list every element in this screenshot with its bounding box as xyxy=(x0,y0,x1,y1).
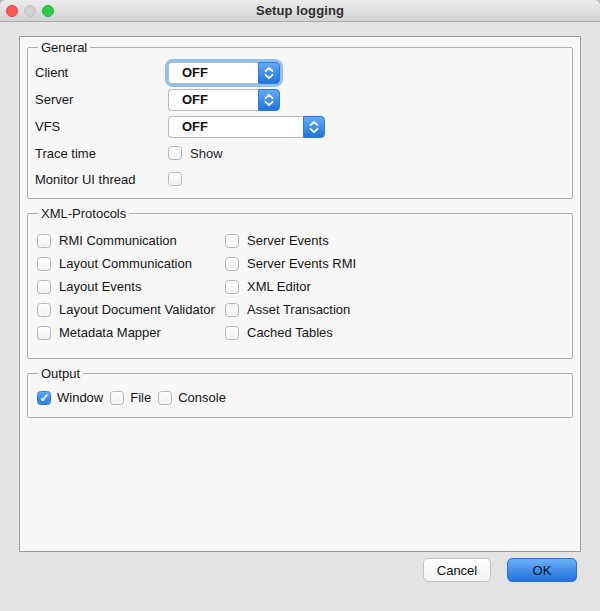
title-bar[interactable]: Setup logging xyxy=(0,0,600,22)
window-title: Setup logging xyxy=(0,0,600,22)
xml-protocol-checkbox[interactable] xyxy=(225,280,239,294)
trace-time-checkbox[interactable] xyxy=(168,146,182,160)
dialog-window: Setup logging General Client OFF Server … xyxy=(0,0,600,611)
xml-protocols-legend: XML-Protocols xyxy=(38,206,129,221)
xml-protocol-option: Asset Transaction xyxy=(225,298,572,321)
xml-protocols-group: XML-Protocols RMI CommunicationServer Ev… xyxy=(27,206,573,359)
monitor-ui-thread-row: Monitor UI thread xyxy=(35,166,572,192)
zoom-button[interactable] xyxy=(42,5,54,17)
output-file-label: File xyxy=(130,390,151,405)
xml-protocol-label: Server Events RMI xyxy=(247,256,356,271)
general-group: General Client OFF Server OFF xyxy=(27,40,573,199)
xml-protocol-label: Server Events xyxy=(247,233,329,248)
trace-time-row: Trace time Show xyxy=(35,140,572,166)
vfs-row: VFS OFF xyxy=(35,113,572,140)
button-bar: Cancel OK xyxy=(423,558,577,582)
client-dropdown[interactable]: OFF xyxy=(168,62,280,84)
xml-protocol-label: RMI Communication xyxy=(59,233,177,248)
output-options: WindowFileConsole xyxy=(35,385,572,409)
xml-protocol-option: Layout Document Validator xyxy=(37,298,225,321)
client-dropdown-value: OFF xyxy=(168,62,258,84)
content-panel: General Client OFF Server OFF xyxy=(19,36,581,552)
xml-protocol-checkbox[interactable] xyxy=(37,234,51,248)
xml-protocol-option: Cached Tables xyxy=(225,321,572,344)
server-row: Server OFF xyxy=(35,86,572,113)
monitor-ui-thread-label: Monitor UI thread xyxy=(35,172,168,187)
general-legend: General xyxy=(38,40,90,55)
xml-protocol-checkbox[interactable] xyxy=(225,257,239,271)
xml-protocol-option: XML Editor xyxy=(225,275,572,298)
stepper-icon xyxy=(303,116,325,138)
output-window-checkbox[interactable] xyxy=(37,391,51,405)
xml-protocol-label: XML Editor xyxy=(247,279,311,294)
xml-protocol-label: Layout Events xyxy=(59,279,141,294)
xml-protocol-label: Layout Document Validator xyxy=(59,302,215,317)
trace-time-checkbox-label: Show xyxy=(190,146,223,161)
trace-time-label: Trace time xyxy=(35,146,168,161)
stepper-icon xyxy=(258,89,280,111)
xml-protocol-option: Server Events RMI xyxy=(225,252,572,275)
monitor-ui-thread-checkbox[interactable] xyxy=(168,172,182,186)
close-button[interactable] xyxy=(6,5,18,17)
server-dropdown-value: OFF xyxy=(168,89,258,111)
xml-protocol-checkbox[interactable] xyxy=(37,257,51,271)
xml-protocol-checkbox[interactable] xyxy=(225,326,239,340)
server-dropdown[interactable]: OFF xyxy=(168,89,280,111)
xml-protocol-checkbox[interactable] xyxy=(225,303,239,317)
output-legend: Output xyxy=(38,366,83,381)
stepper-icon xyxy=(258,62,280,84)
xml-protocol-option: RMI Communication xyxy=(37,229,225,252)
vfs-label: VFS xyxy=(35,119,168,134)
server-label: Server xyxy=(35,92,168,107)
vfs-dropdown[interactable]: OFF xyxy=(168,116,325,138)
ok-button[interactable]: OK xyxy=(507,558,577,582)
output-file-option: File xyxy=(110,386,151,409)
xml-protocol-checkbox[interactable] xyxy=(37,326,51,340)
xml-protocol-checkbox[interactable] xyxy=(37,280,51,294)
output-window-label: Window xyxy=(57,390,103,405)
output-console-checkbox[interactable] xyxy=(158,391,172,405)
xml-protocol-label: Asset Transaction xyxy=(247,302,350,317)
output-group: Output WindowFileConsole xyxy=(27,366,573,418)
xml-protocol-label: Layout Communication xyxy=(59,256,192,271)
client-label: Client xyxy=(35,65,168,80)
xml-protocol-checkbox[interactable] xyxy=(225,234,239,248)
xml-protocol-label: Metadata Mapper xyxy=(59,325,161,340)
output-console-option: Console xyxy=(158,386,226,409)
minimize-button xyxy=(24,5,36,17)
client-row: Client OFF xyxy=(35,59,572,86)
xml-protocol-label: Cached Tables xyxy=(247,325,333,340)
output-window-option: Window xyxy=(37,386,103,409)
xml-protocol-option: Server Events xyxy=(225,229,572,252)
xml-protocol-checkbox[interactable] xyxy=(37,303,51,317)
cancel-button[interactable]: Cancel xyxy=(423,558,491,582)
xml-protocol-option: Layout Communication xyxy=(37,252,225,275)
window-controls xyxy=(6,5,54,17)
output-file-checkbox[interactable] xyxy=(110,391,124,405)
xml-protocols-grid: RMI CommunicationServer EventsLayout Com… xyxy=(35,225,572,350)
output-console-label: Console xyxy=(178,390,226,405)
vfs-dropdown-value: OFF xyxy=(168,116,303,138)
xml-protocol-option: Metadata Mapper xyxy=(37,321,225,344)
xml-protocol-option: Layout Events xyxy=(37,275,225,298)
